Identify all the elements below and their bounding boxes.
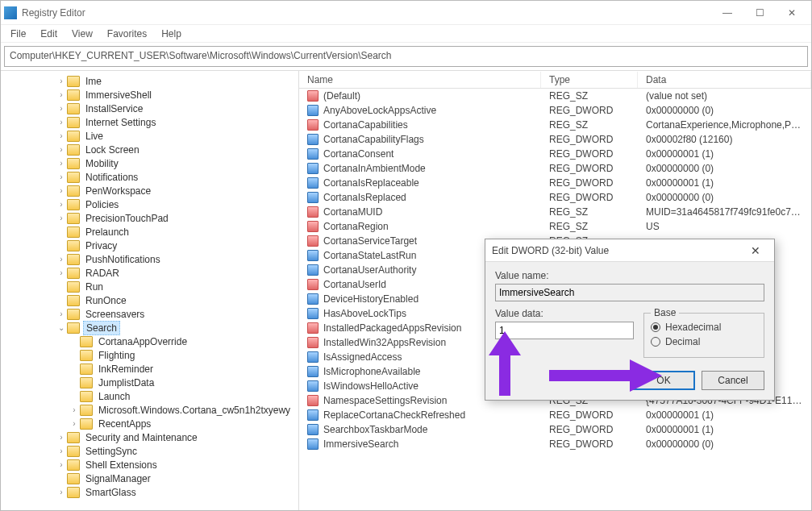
column-name[interactable]: Name	[299, 72, 541, 88]
chevron-right-icon[interactable]: ›	[56, 185, 67, 197]
tree-item[interactable]: ›Microsoft.Windows.Cortana_cw5n1h2txyewy	[1, 403, 298, 417]
value-row[interactable]: AnyAboveLockAppsActiveREG_DWORD0x0000000…	[299, 103, 811, 118]
chevron-right-icon[interactable]: ›	[56, 213, 67, 224]
tree-item[interactable]: ›Internet Settings	[1, 115, 298, 129]
chevron-right-icon[interactable]: ›	[56, 89, 67, 101]
column-data[interactable]: Data	[638, 72, 811, 88]
tree-item[interactable]: Launch	[1, 389, 298, 403]
value-row[interactable]: CortanaCapabilitiesREG_SZCortanaExperien…	[299, 118, 811, 132]
tree-item[interactable]: ›Security and Maintenance	[1, 430, 298, 444]
tree-item[interactable]: ›Mobility	[1, 156, 298, 170]
value-data: 0x00000000 (0)	[638, 162, 811, 175]
dialog-titlebar[interactable]: Edit DWORD (32-bit) Value ✕	[485, 239, 774, 262]
value-row[interactable]: (Default)REG_SZ(value not set)	[299, 89, 811, 103]
value-type: REG_DWORD	[541, 162, 638, 175]
dialog-body: Value name: Value data: Base Hexadecimal	[485, 262, 774, 364]
value-name-label: Value name:	[495, 270, 764, 281]
radio-hexadecimal[interactable]: Hexadecimal	[651, 322, 757, 333]
chevron-right-icon[interactable]: ›	[56, 254, 67, 265]
chevron-down-icon[interactable]: ⌄	[56, 322, 67, 334]
chevron-right-icon[interactable]: ›	[56, 144, 67, 156]
value-name: CortanaUserAuthority	[323, 264, 416, 276]
address-text[interactable]: Computer\HKEY_CURRENT_USER\Software\Micr…	[5, 47, 807, 66]
tree-item[interactable]: ›ImmersiveShell	[1, 88, 298, 102]
value-row[interactable]: CortanaIsReplacedREG_DWORD0x00000000 (0)	[299, 190, 811, 205]
column-type[interactable]: Type	[541, 72, 638, 88]
value-name: AnyAboveLockAppsActive	[323, 105, 436, 116]
tree-item[interactable]: ›SettingSync	[1, 444, 298, 458]
tree-item[interactable]: ›Live	[1, 129, 298, 143]
ok-button[interactable]: OK	[632, 371, 695, 390]
chevron-right-icon[interactable]: ›	[69, 418, 80, 430]
value-row[interactable]: CortanaMUIDREG_SZMUID=31a4645817f749fc91…	[299, 205, 811, 219]
value-row[interactable]: CortanaIsReplaceableREG_DWORD0x00000001 …	[299, 176, 811, 190]
radio-decimal[interactable]: Decimal	[651, 336, 757, 347]
chevron-right-icon[interactable]: ›	[56, 309, 67, 320]
chevron-right-icon[interactable]: ›	[56, 459, 67, 471]
minimize-button[interactable]: —	[711, 1, 743, 25]
chevron-right-icon[interactable]: ›	[69, 405, 80, 416]
value-name: CortanaServiceTarget	[323, 235, 417, 247]
chevron-right-icon[interactable]: ›	[56, 117, 67, 128]
value-data-input[interactable]	[495, 322, 634, 339]
value-row[interactable]: CortanaRegionREG_SZUS	[299, 219, 811, 234]
tree-item[interactable]: ›Lock Screen	[1, 143, 298, 156]
tree-item-label: Security and Maintenance	[83, 431, 200, 444]
menu-view[interactable]: View	[65, 27, 99, 41]
tree-item[interactable]: ›Policies	[1, 197, 298, 211]
tree-item[interactable]: Prelaunch	[1, 225, 298, 239]
chevron-right-icon[interactable]: ›	[56, 268, 67, 279]
value-row[interactable]: CortanaConsentREG_DWORD0x00000001 (1)	[299, 147, 811, 161]
tree-item[interactable]: RunOnce	[1, 293, 298, 307]
tree-item[interactable]: Run	[1, 280, 298, 293]
tree-item[interactable]: JumplistData	[1, 376, 298, 389]
close-button[interactable]: ✕	[776, 1, 808, 25]
chevron-right-icon[interactable]: ›	[56, 172, 67, 183]
tree-item[interactable]: ›Screensavers	[1, 307, 298, 321]
tree-item-label: Internet Settings	[83, 116, 158, 129]
value-row[interactable]: ReplaceCortanaCheckRefreshedREG_DWORD0x0…	[299, 408, 811, 422]
tree-item[interactable]: ›PushNotifications	[1, 252, 298, 266]
value-row[interactable]: SearchboxTaskbarModeREG_DWORD0x00000001 …	[299, 422, 811, 437]
maximize-button[interactable]: ☐	[743, 1, 776, 25]
folder-icon	[67, 158, 80, 169]
chevron-right-icon[interactable]: ›	[56, 158, 67, 169]
tree-item[interactable]: ›RADAR	[1, 266, 298, 280]
chevron-right-icon[interactable]: ›	[56, 432, 67, 443]
dialog-close-icon[interactable]: ✕	[743, 244, 768, 257]
menu-help[interactable]: Help	[155, 27, 188, 41]
value-row[interactable]: CortanaInAmbientModeREG_DWORD0x00000000 …	[299, 161, 811, 176]
menu-file[interactable]: File	[4, 27, 32, 41]
tree-item[interactable]: ›SmartGlass	[1, 485, 298, 499]
address-bar[interactable]: Computer\HKEY_CURRENT_USER\Software\Micr…	[4, 46, 808, 67]
value-row[interactable]: CortanaCapabilityFlagsREG_DWORD0x00002f8…	[299, 132, 811, 147]
registry-tree[interactable]: ›Ime›ImmersiveShell›InstallService›Inter…	[1, 74, 298, 499]
tree-item[interactable]: ›PrecisionTouchPad	[1, 211, 298, 225]
tree-pane[interactable]: ›Ime›ImmersiveShell›InstallService›Inter…	[1, 71, 299, 510]
tree-item[interactable]: ⌄Search	[1, 321, 298, 334]
tree-item[interactable]: SignalManager	[1, 472, 298, 485]
chevron-right-icon[interactable]: ›	[56, 76, 67, 87]
chevron-right-icon[interactable]: ›	[56, 487, 67, 498]
chevron-right-icon[interactable]: ›	[56, 199, 67, 210]
menu-favorites[interactable]: Favorites	[101, 27, 153, 41]
cancel-button[interactable]: Cancel	[702, 371, 764, 390]
value-row[interactable]: ImmersiveSearchREG_DWORD0x00000000 (0)	[299, 437, 811, 451]
tree-item[interactable]: CortanaAppOverride	[1, 334, 298, 348]
chevron-right-icon[interactable]: ›	[56, 446, 67, 457]
tree-item[interactable]: ›PenWorkspace	[1, 184, 298, 197]
reg-dword-icon	[307, 380, 319, 392]
tree-item[interactable]: ›InstallService	[1, 102, 298, 115]
menu-edit[interactable]: Edit	[34, 27, 64, 41]
tree-item[interactable]: ›RecentApps	[1, 417, 298, 430]
chevron-right-icon[interactable]: ›	[56, 131, 67, 142]
tree-item[interactable]: ›Shell Extensions	[1, 458, 298, 472]
tree-item[interactable]: Privacy	[1, 239, 298, 252]
value-name-input[interactable]	[495, 284, 764, 301]
tree-item[interactable]: Flighting	[1, 348, 298, 362]
chevron-right-icon[interactable]: ›	[56, 103, 67, 114]
tree-item[interactable]: InkReminder	[1, 362, 298, 376]
value-name: IsAssignedAccess	[323, 351, 402, 363]
tree-item[interactable]: ›Notifications	[1, 170, 298, 184]
tree-item[interactable]: ›Ime	[1, 74, 298, 88]
